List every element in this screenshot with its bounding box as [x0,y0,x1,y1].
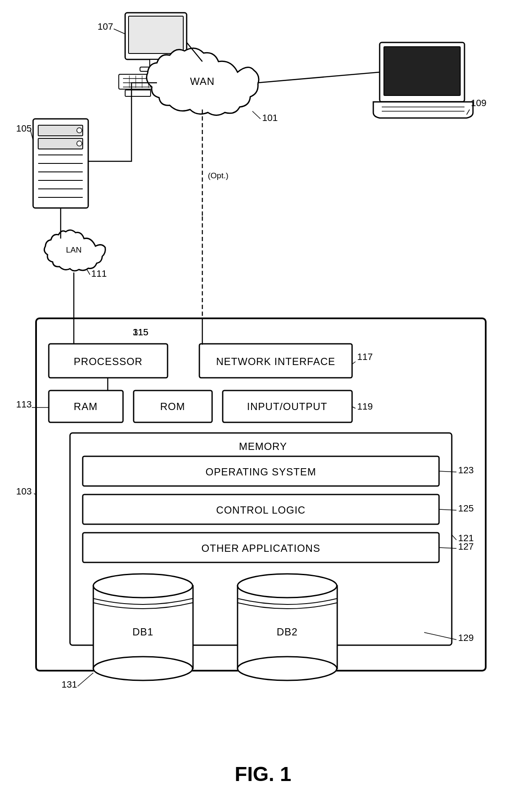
ref-103: 103 [16,486,32,497]
ref-123: 123 [458,465,474,475]
ref-109: 109 [471,98,487,108]
db1-cylinder: DB1 [93,574,193,680]
laptop [373,42,473,118]
ref-129: 129 [458,632,474,643]
svg-rect-27 [38,138,83,149]
wan-cloud: WAN [147,48,259,115]
ref-127: 127 [458,541,474,552]
ref-119: 119 [357,401,373,412]
ref-101: 101 [262,112,278,123]
ram-label: RAM [74,401,98,412]
svg-line-37 [252,111,260,119]
ref-117: 117 [357,351,373,362]
other-apps-label: OTHER APPLICATIONS [201,542,320,554]
svg-line-18 [114,29,125,34]
ref-107: 107 [98,21,113,32]
ref-131: 131 [62,679,77,690]
fig-label: FIG. 1 [235,763,291,785]
db2-label: DB2 [277,626,298,638]
opt-label: (Opt.) [208,171,229,180]
os-label: OPERATING SYSTEM [206,466,316,478]
control-logic-label: CONTROL LOGIC [216,504,306,516]
ref-105: 105 [16,123,32,134]
svg-rect-1 [129,16,183,53]
svg-point-58 [238,574,337,598]
rom-label: ROM [160,401,185,412]
diagram-container: 107 109 105 [0,0,526,812]
svg-rect-17 [125,90,151,96]
svg-point-29 [77,141,82,146]
lan-cloud: LAN [44,230,105,271]
svg-point-56 [93,657,193,680]
svg-rect-20 [384,47,460,96]
server-left [33,119,88,208]
ref-115-text: 115 [133,327,148,337]
svg-point-28 [77,128,82,133]
db2-cylinder: DB2 [238,574,337,680]
ref-113: 113 [16,399,32,410]
processor-label: PROCESSOR [74,356,143,367]
ref-111: 111 [91,268,107,279]
ref-125: 125 [458,503,474,514]
input-output-label: INPUT/OUTPUT [247,401,327,412]
svg-line-69 [78,673,93,686]
svg-line-40 [257,72,380,83]
db1-label: DB1 [132,626,154,638]
network-interface-label: NETWORK INTERFACE [216,356,335,367]
wan-label: WAN [190,76,215,87]
lan-label: LAN [66,245,82,254]
memory-label: MEMORY [239,441,287,452]
svg-rect-26 [38,125,83,136]
svg-point-59 [238,657,337,680]
svg-point-55 [93,574,193,598]
main-server-box: PROCESSOR NETWORK INTERFACE RAM ROM INPU… [36,318,486,680]
svg-line-38 [87,270,90,275]
